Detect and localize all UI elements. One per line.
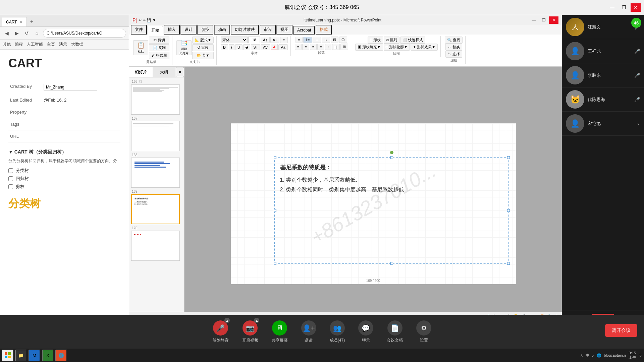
- handle-tm[interactable]: [390, 156, 393, 159]
- slide-img-169[interactable]: 基尼系数的特质是： 1. 类别个数越少... 2. 类别个数相同...: [131, 194, 180, 224]
- sys-tray-network[interactable]: 🌐: [597, 353, 601, 358]
- taskbar-tencent-meeting[interactable]: M: [29, 350, 40, 361]
- bookmark-ai[interactable]: 人工智能: [27, 42, 43, 47]
- taskbar-file-explorer[interactable]: 📁: [15, 350, 27, 361]
- toolbar-item-mute[interactable]: 🎤 ▲ 解除静音: [213, 320, 229, 343]
- cut-button[interactable]: ✂ 剪切: [149, 37, 169, 44]
- panel-close-button[interactable]: ✕: [176, 67, 184, 77]
- arrange-button[interactable]: ⧉ 排列: [384, 37, 399, 44]
- font-decrease-button[interactable]: A↓: [270, 37, 279, 43]
- align-left-button[interactable]: ≡: [295, 44, 302, 50]
- copy-button[interactable]: 📄 复制: [149, 44, 169, 51]
- new-slide-button[interactable]: 📑 新建幻灯片: [176, 40, 192, 55]
- paste-button[interactable]: 📋 粘贴: [133, 40, 148, 55]
- toolbar-item-video[interactable]: 📷 ▲ 开启视频: [242, 320, 258, 343]
- text-align-button[interactable]: ⊞: [340, 44, 348, 50]
- text-case-button[interactable]: Aa: [278, 44, 287, 50]
- toolbar-item-members[interactable]: 👥 成员(47): [330, 320, 345, 343]
- screen-icon[interactable]: 🖥: [272, 320, 287, 336]
- justify-button[interactable]: ≡: [317, 44, 324, 50]
- expand-icon[interactable]: ∨: [637, 121, 640, 126]
- checkbox-regression[interactable]: 回归树: [8, 176, 120, 182]
- text-shadow-button[interactable]: S↑: [251, 44, 260, 50]
- bold-button[interactable]: B: [221, 44, 228, 50]
- decrease-indent-button[interactable]: ←: [313, 37, 321, 43]
- find-button[interactable]: 🔍 查找: [445, 37, 463, 44]
- sys-tray-expand[interactable]: ∧: [580, 353, 583, 358]
- tab-design[interactable]: 设计: [180, 25, 197, 35]
- checkbox-regression-input[interactable]: [8, 176, 13, 181]
- layout-button[interactable]: 📐 版式▼: [192, 37, 214, 44]
- align-right-button[interactable]: ≡: [310, 44, 317, 50]
- numbered-list-button[interactable]: 1≡: [303, 37, 312, 43]
- handle-mr[interactable]: [507, 209, 510, 212]
- bookmark-programming[interactable]: 编程: [15, 42, 23, 47]
- underline-button[interactable]: U: [235, 44, 243, 50]
- chat-icon[interactable]: 💬: [358, 320, 373, 336]
- tab-view[interactable]: 视图: [276, 25, 292, 35]
- forward-button[interactable]: ▶: [13, 29, 21, 37]
- tab-acrobat[interactable]: Acrobat: [293, 26, 315, 35]
- char-spacing-button[interactable]: AV: [261, 44, 270, 50]
- handle-tl[interactable]: [274, 156, 276, 159]
- slide-thumb-170[interactable]: 170 ● ● ● ● ●: [131, 226, 182, 261]
- toolbar-item-settings[interactable]: ⚙ 设置: [416, 320, 431, 343]
- tab-format[interactable]: 格式: [316, 25, 332, 35]
- toolbar-item-screen[interactable]: 🖥 共享屏幕: [272, 320, 288, 343]
- format-painter-button[interactable]: 🖌 格式刷: [149, 52, 169, 59]
- bookmark-other[interactable]: 其他: [3, 42, 11, 47]
- italic-button[interactable]: I: [229, 44, 234, 50]
- align-center-button[interactable]: ≡: [302, 44, 309, 50]
- strikethrough-button[interactable]: S: [243, 44, 250, 50]
- handle-bl[interactable]: [274, 262, 276, 265]
- handle-tr[interactable]: [507, 156, 510, 159]
- taskbar-excel[interactable]: X: [42, 350, 54, 361]
- checkbox-classification-input[interactable]: [8, 168, 13, 173]
- notification-center[interactable]: 🗨: [639, 353, 642, 357]
- home-button[interactable]: ⌂: [33, 29, 41, 37]
- replace-button[interactable]: ↔ 替换: [445, 44, 462, 51]
- close-button[interactable]: ✕: [631, 3, 641, 12]
- address-input[interactable]: [43, 29, 126, 38]
- minimize-button[interactable]: —: [607, 3, 617, 12]
- tab-transition[interactable]: 切换: [197, 25, 213, 35]
- mute-icon[interactable]: 🎤 ▲: [213, 320, 228, 336]
- sys-tray-volume[interactable]: ♪: [592, 353, 594, 357]
- back-button[interactable]: ◀: [3, 29, 11, 37]
- docs-icon[interactable]: 📄: [387, 320, 402, 336]
- toolbar-item-chat[interactable]: 💬 聊天: [358, 320, 373, 343]
- font-color-button[interactable]: A: [271, 44, 278, 50]
- select-button[interactable]: ↖ 选择: [445, 51, 462, 58]
- slide-thumb-167[interactable]: 167: [131, 117, 182, 151]
- slide-thumb-169[interactable]: 169 基尼系数的特质是： 1. 类别个数越少... 2. 类别个数相同...: [131, 190, 182, 224]
- leave-meeting-button[interactable]: 离开会议: [605, 324, 637, 337]
- text-box-selected[interactable]: 基尼系数的特质是： 1. 类别个数越少，基尼系数越低; 2. 类别个数相同时，类…: [274, 157, 509, 264]
- shape-outline-button[interactable]: □ 形状轮廓▼: [384, 44, 410, 51]
- line-spacing-button[interactable]: ↕: [325, 44, 332, 50]
- shape-button[interactable]: □ 形状: [368, 37, 383, 44]
- ppt-restore-button[interactable]: ❐: [539, 16, 548, 24]
- rotate-handle[interactable]: [390, 151, 393, 154]
- tab-home[interactable]: 开始: [148, 26, 163, 35]
- text-direction-button[interactable]: ⊡: [331, 37, 338, 43]
- toolbar-item-invite[interactable]: 👤+ 邀请: [301, 320, 316, 343]
- video-icon[interactable]: 📷 ▲: [243, 320, 258, 336]
- slide-img-166[interactable]: [131, 84, 180, 115]
- start-button[interactable]: [2, 350, 13, 361]
- main-slide[interactable]: +8613237010... 基尼系数的特质是： 1. 类别个数越少，基尼系数越…: [231, 123, 516, 284]
- slide-thumb-168[interactable]: 168: [131, 153, 182, 188]
- slide-img-168[interactable]: [131, 158, 180, 188]
- slide-thumb-166[interactable]: 166幻: [131, 79, 182, 115]
- checkbox-pruning-input[interactable]: [8, 184, 13, 189]
- convert-to-smartart-button[interactable]: ⬡: [339, 37, 347, 43]
- quick-styles-button[interactable]: ⬜ 快速样式: [400, 37, 425, 44]
- slide-img-167[interactable]: [131, 121, 180, 151]
- slide-img-170[interactable]: ● ● ● ● ●: [131, 231, 180, 261]
- invite-icon[interactable]: 👤+: [301, 320, 316, 336]
- shape-effect-button[interactable]: ✦ 形状效果▼: [411, 44, 438, 51]
- sys-tray-ime[interactable]: 中: [586, 353, 589, 358]
- section-button[interactable]: 📂 节▼: [192, 52, 214, 59]
- clear-format-button[interactable]: ✦: [280, 37, 288, 43]
- checkbox-classification[interactable]: 分类树: [8, 168, 120, 174]
- video-arrow[interactable]: ▲: [254, 318, 259, 323]
